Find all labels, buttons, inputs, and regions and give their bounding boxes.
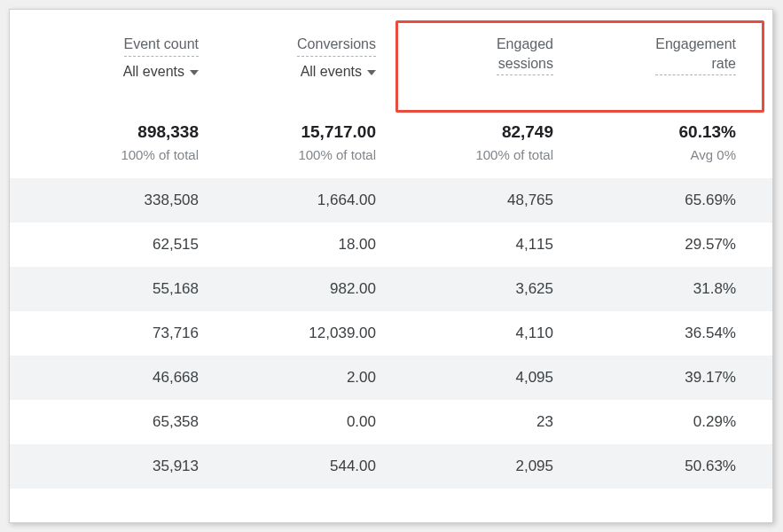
table-row[interactable]: 338,5081,664.0048,76565.69% [10,178,772,223]
cell-engaged-sessions: 23 [376,413,553,431]
summary-event-count-value: 898,338 [26,122,199,142]
cell-conversions: 982.00 [199,280,376,298]
analytics-table-frame: Event count All events Conversions All e… [9,9,773,523]
cell-engaged-sessions: 4,110 [376,325,553,342]
table-body: 338,5081,664.0048,76565.69%62,51518.004,… [10,178,772,489]
summary-event-count: 898,338 100% of total [26,122,199,162]
filter-event-count-label: All events [123,64,184,80]
filter-event-count[interactable]: All events [123,62,199,80]
cell-engagement-rate: 39.17% [553,369,745,387]
header-label-event-count[interactable]: Event count [124,35,200,57]
summary-engaged-sessions-sub: 100% of total [376,147,553,162]
header-label-engagement-rate[interactable]: Engagementrate [655,35,736,75]
cell-event-count: 338,508 [26,192,199,209]
cell-conversions: 544.00 [199,458,376,475]
table-row[interactable]: 46,6682.004,09539.17% [10,356,772,400]
cell-engaged-sessions: 4,095 [376,369,553,387]
summary-conversions-sub: 100% of total [199,147,376,162]
header-event-count: Event count All events [26,35,199,80]
header-text-engagement-rate: Engagementrate [655,35,736,73]
cell-engagement-rate: 29.57% [553,236,745,254]
header-engagement-rate: Engagementrate [553,35,745,80]
table-row[interactable]: 35,913544.002,09550.63% [10,444,772,489]
cell-conversions: 2.00 [199,369,376,387]
cell-engagement-rate: 0.29% [553,413,745,431]
table-row[interactable]: 65,3580.00230.29% [10,400,772,444]
header-label-engaged-sessions[interactable]: Engagedsessions [497,35,553,75]
summary-engagement-rate-value: 60.13% [553,122,736,142]
summary-engagement-rate: 60.13% Avg 0% [553,122,745,162]
cell-event-count: 46,668 [26,369,199,387]
cell-engagement-rate: 65.69% [553,192,745,209]
filter-conversions-label: All events [301,64,362,80]
summary-event-count-sub: 100% of total [26,147,199,162]
cell-event-count: 55,168 [26,280,199,298]
cell-event-count: 35,913 [26,458,199,475]
table-row[interactable]: 62,51518.004,11529.57% [10,223,772,267]
cell-event-count: 62,515 [26,236,199,254]
cell-engaged-sessions: 4,115 [376,236,553,254]
summary-engagement-rate-sub: Avg 0% [553,147,736,162]
chevron-down-icon [190,70,199,75]
cell-engaged-sessions: 48,765 [376,192,553,209]
header-conversions: Conversions All events [199,35,376,80]
summary-engaged-sessions: 82,749 100% of total [376,122,553,162]
header-text-engaged-sessions: Engagedsessions [497,35,553,73]
cell-engagement-rate: 31.8% [553,280,745,298]
chevron-down-icon [367,70,376,75]
summary-engaged-sessions-value: 82,749 [376,122,553,142]
cell-engaged-sessions: 2,095 [376,458,553,475]
cell-engaged-sessions: 3,625 [376,280,553,298]
cell-engagement-rate: 36.54% [553,325,745,342]
cell-conversions: 18.00 [199,236,376,254]
cell-engagement-rate: 50.63% [553,458,745,475]
table-row[interactable]: 55,168982.003,62531.8% [10,267,772,311]
cell-event-count: 73,716 [26,325,199,342]
cell-conversions: 1,664.00 [199,192,376,209]
filter-conversions[interactable]: All events [301,62,376,80]
cell-conversions: 0.00 [199,413,376,431]
cell-event-count: 65,358 [26,413,199,431]
summary-row: 898,338 100% of total 15,717.00 100% of … [10,101,772,178]
summary-conversions: 15,717.00 100% of total [199,122,376,162]
table-row[interactable]: 73,71612,039.004,11036.54% [10,311,772,356]
summary-conversions-value: 15,717.00 [199,122,376,142]
table-header-row: Event count All events Conversions All e… [10,10,772,101]
header-engaged-sessions: Engagedsessions [376,35,553,80]
cell-conversions: 12,039.00 [199,325,376,342]
header-label-conversions[interactable]: Conversions [297,35,376,57]
